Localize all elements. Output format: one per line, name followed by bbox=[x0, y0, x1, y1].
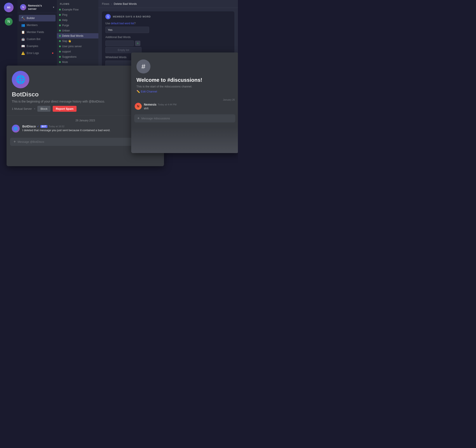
block-button[interactable]: Block bbox=[37, 106, 51, 112]
channel-input-bar[interactable]: + Message #discussions bbox=[134, 114, 235, 122]
channel-message-content: Nemesis Today at 4:44 PM sh!t bbox=[144, 103, 235, 110]
step-1-header: 1 MEMBER SAYS A BAD WORD bbox=[102, 11, 234, 22]
channel-add-icon[interactable]: + bbox=[137, 116, 140, 121]
server-icon[interactable]: BD bbox=[4, 3, 14, 12]
channel-window: # Welcome to #discussions! This is the s… bbox=[131, 52, 238, 153]
channel-message-time: Today at 4:44 PM bbox=[158, 103, 177, 106]
channel-input-placeholder[interactable]: Message #discussions bbox=[142, 117, 170, 120]
flow-item-mute[interactable]: Mute bbox=[57, 59, 98, 65]
sidebar-item-error-logs[interactable]: ⚠️ Error Logs bbox=[19, 50, 56, 57]
flow-item-help[interactable]: Help bbox=[57, 17, 98, 23]
breadcrumb-separator: › bbox=[111, 2, 112, 6]
report-spam-button[interactable]: Report Spam bbox=[53, 106, 77, 112]
flow-item-support[interactable]: support bbox=[57, 49, 98, 54]
channel-message-text: sh!t bbox=[144, 107, 235, 110]
server-avatar: N bbox=[20, 4, 26, 10]
examples-icon: 📖 bbox=[21, 44, 25, 48]
flow-status-dot bbox=[59, 24, 61, 26]
sidebar-item-member-fields[interactable]: 📋 Member Fields bbox=[19, 29, 56, 35]
channel-description: This is the start of the #discussions ch… bbox=[136, 85, 233, 88]
flow-item-ping[interactable]: Ping bbox=[57, 12, 98, 17]
flow-status-dot bbox=[59, 61, 61, 63]
dm-input-placeholder[interactable]: Message @BotDisco bbox=[18, 140, 44, 143]
additional-bad-words-label: Additional Bad Words bbox=[105, 36, 231, 39]
flow-label: Unban bbox=[62, 29, 70, 32]
nav-label-examples: Examples bbox=[27, 45, 38, 48]
breadcrumb: Flows › Delete Bad Words bbox=[98, 0, 238, 8]
edit-channel-link[interactable]: ✏️ Edit Channel bbox=[136, 90, 233, 93]
flow-label: Purge bbox=[62, 24, 69, 27]
error-notification-dot bbox=[52, 52, 53, 54]
channel-hash-icon: # bbox=[136, 59, 150, 74]
step-1-title: MEMBER SAYS A BAD WORD bbox=[113, 15, 151, 18]
channel-message-author: Nemesis bbox=[144, 103, 157, 106]
use-text: Use bbox=[105, 22, 111, 25]
yes-no-field[interactable]: Yes bbox=[105, 27, 149, 33]
add-word-button[interactable]: + bbox=[135, 41, 140, 46]
server-small-icon[interactable]: N bbox=[5, 18, 13, 26]
nav-label-builder: Builder bbox=[27, 17, 35, 20]
flow-status-dot bbox=[59, 9, 61, 11]
error-logs-icon: ⚠️ bbox=[21, 51, 25, 55]
flow-item-example-flow[interactable]: Example Flow bbox=[57, 7, 98, 12]
nav-label-error-logs: Error Logs bbox=[27, 51, 39, 55]
separator-dot: • bbox=[34, 107, 35, 111]
hash-symbol: # bbox=[142, 62, 145, 71]
flow-status-dot bbox=[59, 45, 61, 47]
flow-item-user-joins[interactable]: User joins server bbox=[57, 44, 98, 49]
channel-messages: January 26 N Nemesis Today at 4:44 PM sh… bbox=[131, 97, 238, 113]
channel-user-avatar: N bbox=[135, 103, 142, 110]
custom-bot-icon: 🤖 bbox=[21, 37, 25, 41]
sidebar-item-custom-bot[interactable]: 🤖 Custom Bot bbox=[19, 36, 56, 42]
builder-icon: 🔨 bbox=[21, 16, 25, 20]
message-author: BotDisco bbox=[22, 125, 36, 128]
pencil-icon: ✏️ bbox=[136, 90, 140, 93]
nav-label-members: Members bbox=[27, 24, 38, 27]
flow-status-dot bbox=[59, 56, 61, 58]
flow-label: support bbox=[62, 50, 71, 53]
channel-date: January 26 bbox=[135, 98, 235, 101]
breadcrumb-flows[interactable]: Flows bbox=[102, 2, 109, 6]
channel-message-row: N Nemesis Today at 4:44 PM sh!t bbox=[135, 103, 235, 110]
chevron-down-icon[interactable]: ▾ bbox=[53, 6, 54, 9]
flow-label: Slap 👋 bbox=[62, 40, 71, 43]
nav-label-member-fields: Member Fields bbox=[27, 31, 44, 34]
channel-message-header: Nemesis Today at 4:44 PM bbox=[144, 103, 235, 106]
flow-item-unban[interactable]: Unban bbox=[57, 28, 98, 33]
flow-item-purge[interactable]: Purge bbox=[57, 23, 98, 28]
sidebar-item-examples[interactable]: 📖 Examples bbox=[19, 43, 56, 49]
channel-title: Welcome to #discussions! bbox=[136, 77, 233, 83]
step-1-number: 1 bbox=[105, 14, 111, 19]
flow-label: Suggestions bbox=[62, 55, 77, 58]
bot-message-avatar: 🌐 bbox=[12, 125, 20, 132]
bot-logo: BD bbox=[7, 6, 10, 9]
flow-item-delete-bad-words[interactable]: Delete Bad Words bbox=[57, 33, 98, 39]
flow-status-dot bbox=[59, 19, 61, 21]
default-list-link[interactable]: default bad word list bbox=[111, 22, 134, 25]
flow-status-dot bbox=[59, 40, 61, 42]
verified-icon: ✓ bbox=[37, 125, 39, 128]
members-icon: 👥 bbox=[21, 23, 25, 27]
breadcrumb-current: Delete Bad Words bbox=[114, 2, 137, 6]
flow-item-suggestions[interactable]: Suggestions bbox=[57, 54, 98, 59]
add-attachment-icon[interactable]: + bbox=[14, 140, 16, 144]
flow-status-dot bbox=[59, 30, 61, 31]
flow-item-slap[interactable]: Slap 👋 bbox=[57, 39, 98, 44]
edit-channel-label: Edit Channel bbox=[141, 90, 157, 93]
flow-status-dot bbox=[59, 51, 61, 52]
nav-label-custom-bot: Custom Bot bbox=[27, 38, 40, 41]
additional-bad-words-section: Additional Bad Words + Empty list bbox=[105, 36, 231, 53]
flow-label: Delete Bad Words bbox=[62, 34, 83, 37]
mutual-server-text: 1 Mutual Server bbox=[12, 107, 32, 110]
sidebar-item-builder[interactable]: 🔨 Builder bbox=[19, 15, 56, 21]
sidebar-item-members[interactable]: 👥 Members bbox=[19, 22, 56, 28]
flow-status-dot bbox=[59, 35, 61, 37]
flow-label: Ping bbox=[62, 13, 67, 16]
channel-welcome: # Welcome to #discussions! This is the s… bbox=[131, 52, 238, 97]
empty-list-button-1: Empty list bbox=[105, 47, 142, 53]
additional-words-input[interactable] bbox=[105, 40, 134, 46]
flow-label: User joins server bbox=[62, 45, 82, 48]
flow-label: Example Flow bbox=[62, 8, 79, 11]
use-suffix: ? bbox=[134, 22, 136, 25]
server-header: N Nemesis's server ▾ bbox=[17, 2, 57, 13]
